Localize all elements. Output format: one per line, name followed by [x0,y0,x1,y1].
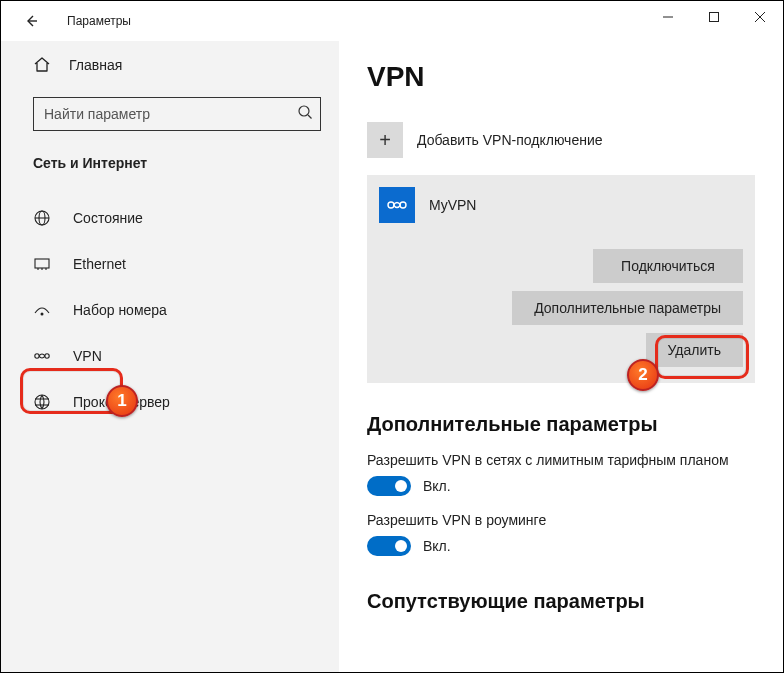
dialup-icon [33,301,57,319]
additional-params-heading: Дополнительные параметры [367,413,755,436]
sidebar: Главная Сеть и Интернет Состояние [1,41,339,672]
annotation-badge-2: 2 [627,359,659,391]
home-label: Главная [69,57,122,73]
sidebar-item-label: Ethernet [73,256,126,272]
ethernet-icon [33,255,57,273]
maximize-button[interactable] [691,1,737,33]
toggle-roaming-label: Разрешить VPN в роуминге [367,512,755,528]
sidebar-item-label: VPN [73,348,102,364]
search-icon [297,104,313,124]
sidebar-item-label: Набор номера [73,302,167,318]
close-icon [754,11,766,23]
related-params-heading: Сопутствующие параметры [367,590,755,613]
toggle-metered-label: Разрешить VPN в сетях с лимитным тарифны… [367,452,755,468]
home-icon [33,56,57,74]
arrow-left-icon [23,13,39,29]
svg-point-15 [35,354,39,358]
advanced-options-button[interactable]: Дополнительные параметры [512,291,743,325]
svg-point-14 [41,313,44,316]
vpn-connection-name: MyVPN [429,197,476,213]
back-button[interactable] [19,9,43,33]
globe-icon [33,209,57,227]
home-nav[interactable]: Главная [1,45,339,85]
sidebar-item-vpn[interactable]: VPN [1,333,339,379]
minimize-button[interactable] [645,1,691,33]
sidebar-item-label: Состояние [73,210,143,226]
sidebar-section-title: Сеть и Интернет [33,155,339,171]
toggle-metered-state: Вкл. [423,478,451,494]
svg-point-5 [299,106,309,116]
close-button[interactable] [737,1,783,33]
annotation-badge-1: 1 [106,385,138,417]
sidebar-item-proxy[interactable]: Прокси-сервер [1,379,339,425]
add-vpn-button[interactable]: + Добавить VPN-подключение [367,117,755,163]
connect-button[interactable]: Подключиться [593,249,743,283]
plus-icon: + [367,122,403,158]
toggle-roaming-state: Вкл. [423,538,451,554]
toggle-roaming[interactable] [367,536,411,556]
sidebar-item-status[interactable]: Состояние [1,195,339,241]
add-vpn-label: Добавить VPN-подключение [417,132,603,148]
vpn-connection-card[interactable]: MyVPN Подключиться Дополнительные параме… [367,175,755,383]
svg-rect-10 [35,259,49,268]
vpn-icon [33,347,57,365]
svg-point-16 [45,354,49,358]
vpn-connection-icon [379,187,415,223]
maximize-icon [708,11,720,23]
sidebar-item-dialup[interactable]: Набор номера [1,287,339,333]
proxy-icon [33,393,57,411]
toggle-metered[interactable] [367,476,411,496]
svg-line-6 [308,115,312,119]
window-title: Параметры [67,14,131,28]
content-pane: VPN + Добавить VPN-подключение MyVPN Под… [339,41,783,672]
svg-point-17 [35,395,49,409]
search-input[interactable] [33,97,321,131]
svg-point-21 [400,202,406,208]
svg-rect-2 [710,13,719,22]
titlebar: Параметры [1,1,783,41]
minimize-icon [662,11,674,23]
delete-button[interactable]: Удалить [646,333,743,367]
page-heading: VPN [367,61,755,93]
svg-point-20 [388,202,394,208]
sidebar-item-ethernet[interactable]: Ethernet [1,241,339,287]
